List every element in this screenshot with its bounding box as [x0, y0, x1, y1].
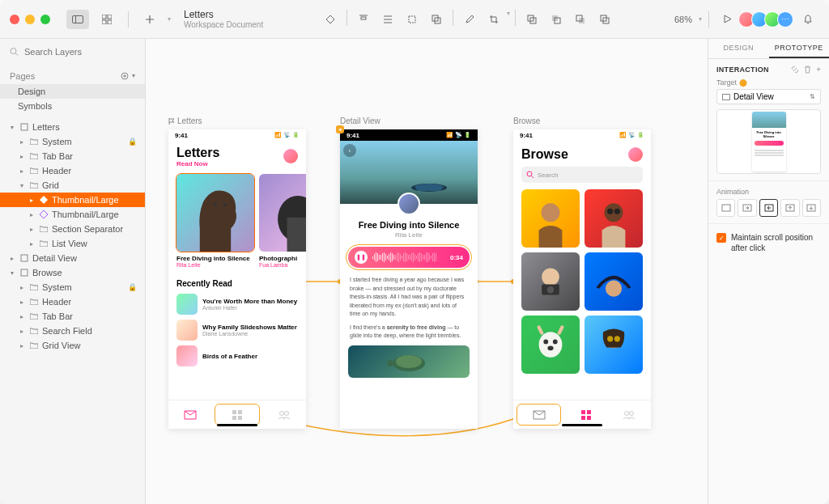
- layer-artboard-letters[interactable]: ▾ Letters: [0, 120, 145, 134]
- svg-point-59: [542, 268, 559, 286]
- svg-point-74: [625, 411, 629, 415]
- waveform: [372, 252, 445, 262]
- chevron-down-icon[interactable]: ▾: [8, 124, 16, 131]
- layer-thumbnail-large[interactable]: ▸ Thumbnail/Large: [0, 207, 145, 222]
- animation-slide-left[interactable]: [759, 199, 778, 217]
- minimize-window-button[interactable]: [25, 15, 35, 24]
- crop-button[interactable]: [483, 10, 505, 29]
- traffic-lights: [10, 15, 50, 24]
- grid-item: [521, 316, 580, 374]
- chevron-right-icon[interactable]: ▸: [18, 284, 26, 291]
- checkbox-checked-icon: ✓: [716, 233, 726, 243]
- layer-grid[interactable]: ▾ Grid: [0, 178, 145, 193]
- chevron-right-icon[interactable]: ▸: [28, 226, 36, 233]
- svg-point-53: [527, 172, 532, 176]
- intersect-button[interactable]: [569, 10, 592, 29]
- layer-browse-search[interactable]: ▸ Search Field: [0, 324, 145, 338]
- canvas[interactable]: Letters 9:41 📶 📡 🔋 Letters Read Now: [146, 39, 708, 504]
- symbol-button[interactable]: [319, 10, 342, 29]
- layer-section-separator[interactable]: ▸ Section Separator: [0, 222, 145, 236]
- preview-button[interactable]: [716, 10, 738, 29]
- layer-browse-header[interactable]: ▸ Header: [0, 294, 145, 309]
- add-icon[interactable]: +: [816, 66, 821, 74]
- chevron-right-icon[interactable]: ▸: [18, 328, 26, 335]
- chevron-down-icon[interactable]: ▾: [18, 182, 26, 189]
- chevron-down-icon[interactable]: ▾: [168, 15, 171, 23]
- maintain-scroll-checkbox[interactable]: ✓ Maintain scroll position after click: [716, 232, 821, 253]
- layer-browse-grid-view[interactable]: ▸ Grid View: [0, 338, 145, 353]
- svg-point-55: [541, 203, 559, 222]
- chevron-down-icon[interactable]: ▾: [8, 269, 16, 277]
- target-preview: Free Diving into Silence: [716, 109, 821, 174]
- audio-player: ❚❚ 0:34: [348, 247, 470, 268]
- chevron-down-icon[interactable]: ▾: [699, 15, 702, 23]
- svg-rect-76: [723, 94, 730, 100]
- artboard-letters[interactable]: Letters 9:41 📶 📡 🔋 Letters Read Now: [168, 129, 306, 429]
- zoom-level[interactable]: 68%: [671, 15, 695, 24]
- target-select[interactable]: Detail View ⇅: [716, 89, 821, 104]
- chevron-down-icon[interactable]: ▾: [507, 10, 510, 29]
- collaborator-avatars[interactable]: ⋯: [742, 11, 793, 28]
- author-avatar: [397, 193, 420, 215]
- components-view-button[interactable]: [96, 10, 118, 29]
- search-layers-input[interactable]: [8, 44, 137, 60]
- svg-point-56: [604, 203, 623, 222]
- align-button[interactable]: [352, 10, 375, 29]
- artboard-detail-view[interactable]: Detail View ◂ 9:41 📶 📡 🔋 ‹ Free Diving i…: [340, 129, 478, 429]
- layer-thumbnail-large-selected[interactable]: ▸ Thumbnail/Large: [0, 193, 145, 207]
- link-icon[interactable]: [791, 66, 799, 74]
- animation-slide-right[interactable]: [738, 199, 756, 217]
- insert-button[interactable]: [138, 10, 161, 29]
- artboard-browse[interactable]: Browse 9:41 📶 📡 🔋 Browse Search: [513, 129, 651, 429]
- group-button[interactable]: [425, 10, 448, 29]
- artboard-label[interactable]: Detail View: [340, 116, 380, 125]
- subtract-button[interactable]: [545, 10, 568, 29]
- layer-artboard-browse[interactable]: ▾ Browse: [0, 265, 145, 280]
- people-icon: [278, 410, 291, 420]
- layer-browse-system[interactable]: ▸ System 🔒: [0, 280, 145, 294]
- layer-artboard-detail-view[interactable]: ▸ Detail View: [0, 251, 145, 265]
- chevron-right-icon[interactable]: ▸: [28, 240, 36, 248]
- layer-header[interactable]: ▸ Header: [0, 163, 145, 178]
- svg-point-39: [214, 203, 217, 206]
- page-item-design[interactable]: Design: [0, 84, 145, 99]
- chevron-right-icon[interactable]: ▸: [18, 313, 26, 320]
- add-page-icon[interactable]: [121, 72, 129, 80]
- document-name: Letters: [184, 9, 263, 20]
- svg-point-66: [547, 345, 553, 350]
- layer-list-view[interactable]: ▸ List View: [0, 236, 145, 251]
- slide-right-icon: [742, 204, 752, 212]
- tidy-button[interactable]: [401, 10, 423, 29]
- tab-design[interactable]: DESIGN: [708, 39, 769, 58]
- chevron-right-icon[interactable]: ▸: [18, 153, 26, 160]
- distribute-button[interactable]: [376, 10, 399, 29]
- animation-none[interactable]: [716, 199, 735, 217]
- chevron-right-icon[interactable]: ▸: [28, 211, 36, 218]
- chevron-right-icon[interactable]: ▸: [18, 342, 26, 349]
- tab-prototype[interactable]: PROTOTYPE: [769, 39, 830, 58]
- chevron-right-icon[interactable]: ▸: [18, 299, 26, 306]
- layer-tab-bar[interactable]: ▸ Tab Bar: [0, 149, 145, 163]
- notifications-button[interactable]: [797, 10, 819, 29]
- chevron-right-icon[interactable]: ▸: [8, 255, 16, 262]
- status-bar: 9:41 📶 📡 🔋: [513, 129, 651, 141]
- edit-button[interactable]: [458, 10, 481, 29]
- chevron-down-icon[interactable]: ▾: [132, 72, 135, 80]
- union-button[interactable]: [521, 10, 543, 29]
- close-window-button[interactable]: [10, 15, 19, 24]
- layer-browse-tab-bar[interactable]: ▸ Tab Bar: [0, 309, 145, 324]
- animation-slide-up[interactable]: [780, 199, 799, 217]
- maximize-window-button[interactable]: [40, 15, 50, 24]
- chevron-right-icon[interactable]: ▸: [18, 167, 26, 175]
- animation-slide-down[interactable]: [802, 199, 821, 217]
- chevron-right-icon[interactable]: ▸: [18, 138, 26, 146]
- sidebar-toggle-button[interactable]: [66, 10, 89, 29]
- trash-icon[interactable]: [804, 66, 811, 74]
- page-item-symbols[interactable]: Symbols: [0, 99, 145, 113]
- chevron-right-icon[interactable]: ▸: [28, 197, 36, 204]
- folder-icon: [29, 341, 39, 350]
- artboard-label[interactable]: Browse: [513, 116, 540, 125]
- difference-button[interactable]: [593, 10, 616, 29]
- artboard-label[interactable]: Letters: [168, 116, 202, 125]
- layer-system[interactable]: ▸ System 🔒: [0, 134, 145, 149]
